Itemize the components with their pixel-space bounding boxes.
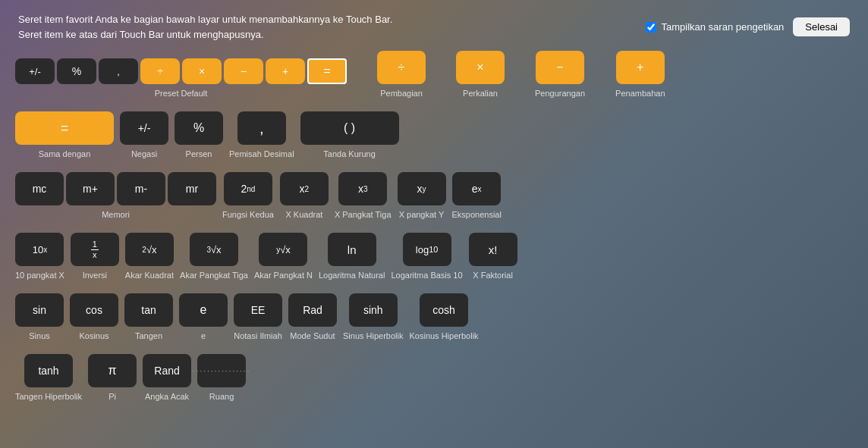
ln-item: ln Logaritma Natural <box>319 233 385 280</box>
done-button[interactable]: Selesai <box>793 17 850 36</box>
typing-suggestions-checkbox[interactable]: Tampilkan saran pengetikan <box>646 21 784 33</box>
mc-btn[interactable]: mc <box>15 172 64 205</box>
cos-btn[interactable]: cos <box>70 293 118 327</box>
tenpowx-btn[interactable]: 10x <box>15 233 64 266</box>
sin-btn[interactable]: sin <box>15 293 64 327</box>
header: Seret item favorit Anda ke bagian bawah … <box>0 0 868 51</box>
sinh-btn[interactable]: sinh <box>349 293 398 327</box>
euler-item: e e <box>179 293 228 340</box>
typing-suggestions-input[interactable] <box>646 22 656 33</box>
multiplication-item: × Perkalian <box>456 51 505 98</box>
preset-section: +/- % , ÷ × − + = Preset Default <box>15 58 347 98</box>
xsquared-item: x2 X Kuadrat <box>280 172 329 219</box>
negate-btn[interactable]: +/- <box>120 111 168 145</box>
inverse-btn[interactable]: 1x <box>71 233 119 266</box>
percent-btn[interactable]: % <box>175 111 223 145</box>
tan-btn[interactable]: tan <box>124 293 173 327</box>
ee-item: EE Notasi Ilmiah <box>234 293 282 340</box>
rand-btn[interactable]: Rand <box>143 354 191 387</box>
sqrt-btn[interactable]: 2√x <box>125 233 174 266</box>
space-btn[interactable]: ················ <box>197 354 246 387</box>
equals-item: = Sama dengan <box>15 111 114 158</box>
factorial-btn[interactable]: x! <box>469 233 517 266</box>
parens-btn[interactable]: ( ) <box>300 111 399 145</box>
row5: sin Sinus cos Kosinus tan Tangen e e EE … <box>15 293 853 340</box>
division-label: Pembagian <box>380 89 423 98</box>
preset-negate-btn[interactable]: +/- <box>15 58 55 84</box>
exp-item: ex Eksponensial <box>452 172 502 219</box>
xpowy-item: xy X pangkat Y <box>398 172 446 219</box>
header-instructions: Seret item favorit Anda ke bagian bawah … <box>18 12 392 42</box>
cbrt-btn[interactable]: 3√x <box>190 233 238 266</box>
mplus-btn[interactable]: m+ <box>66 172 115 205</box>
xsquared-btn[interactable]: x2 <box>280 172 329 205</box>
addition-btn[interactable]: + <box>616 51 665 84</box>
factorial-item: x! X Faktorial <box>469 233 517 280</box>
preset-equals-btn[interactable]: = <box>307 58 347 84</box>
sqrt-item: 2√x Akar Kuadrat <box>125 233 174 280</box>
multiplication-btn[interactable]: × <box>456 51 505 84</box>
tanh-btn[interactable]: tanh <box>24 354 73 387</box>
ln-btn[interactable]: ln <box>328 233 376 266</box>
rad-btn[interactable]: Rad <box>288 293 337 327</box>
row2: = Sama dengan +/- Negasi % Persen , Pemi… <box>15 111 853 158</box>
preset-buttons: +/- % , ÷ × − + = <box>15 58 347 84</box>
exp-btn[interactable]: ex <box>452 172 501 205</box>
addition-item: + Penambahan <box>615 51 665 98</box>
preset-label: Preset Default <box>155 89 208 98</box>
mr-btn[interactable]: mr <box>168 172 216 205</box>
row3: mc m+ m- mr Memori 2nd Fungsi Kedua x2 X… <box>15 172 853 219</box>
nthroot-btn[interactable]: y√x <box>259 233 307 266</box>
negate-item: +/- Negasi <box>120 111 168 158</box>
header-right: Tampilkan saran pengetikan Selesai <box>646 17 850 36</box>
rand-item: Rand Angka Acak <box>143 354 191 401</box>
percent-item: % Persen <box>175 111 223 158</box>
subtraction-label: Pengurangan <box>535 89 585 98</box>
division-btn[interactable]: ÷ <box>377 51 426 84</box>
preset-add-btn[interactable]: + <box>266 58 305 84</box>
preset-percent-btn[interactable]: % <box>57 58 96 84</box>
ee-btn[interactable]: EE <box>234 293 282 327</box>
division-item: ÷ Pembagian <box>377 51 426 98</box>
cosh-item: cosh Kosinus Hiperbolik <box>409 293 478 340</box>
content-area: +/- % , ÷ × − + = Preset Default ÷ Pemba… <box>0 51 868 401</box>
xcubed-btn[interactable]: x3 <box>338 172 387 205</box>
second-btn[interactable]: 2nd <box>224 172 272 205</box>
row4: 10x 10 pangkat X 1x Inversi 2√x Akar Kua… <box>15 233 853 280</box>
log10-item: log10 Logaritma Basis 10 <box>391 233 462 280</box>
tenpowx-item: 10x 10 pangkat X <box>15 233 64 280</box>
parens-item: ( ) Tanda Kurung <box>300 111 399 158</box>
mminus-btn[interactable]: m- <box>117 172 165 205</box>
euler-btn[interactable]: e <box>179 293 228 327</box>
addition-label: Penambahan <box>615 89 665 98</box>
cosh-btn[interactable]: cosh <box>420 293 468 327</box>
nthroot-item: y√x Akar Pangkat N <box>254 233 313 280</box>
log10-btn[interactable]: log10 <box>403 233 451 266</box>
sinh-item: sinh Sinus Hiperbolik <box>343 293 403 340</box>
xcubed-item: x3 X Pangkat Tiga <box>335 172 392 219</box>
pi-btn[interactable]: π <box>88 354 137 387</box>
second-item: 2nd Fungsi Kedua <box>222 172 274 219</box>
inverse-item: 1x Inversi <box>71 233 119 280</box>
preset-divide-btn[interactable]: ÷ <box>140 58 180 84</box>
decimal-item: , Pemisah Desimal <box>229 111 294 158</box>
tanh-item: tanh Tangen Hiperbolik <box>15 354 82 401</box>
cbrt-item: 3√x Akar Pangkat Tiga <box>180 233 248 280</box>
sin-item: sin Sinus <box>15 293 64 340</box>
xpowy-btn[interactable]: xy <box>398 172 446 205</box>
preset-subtract-btn[interactable]: − <box>224 58 263 84</box>
subtraction-btn[interactable]: − <box>536 51 584 84</box>
preset-comma-btn[interactable]: , <box>99 58 138 84</box>
row6: tanh Tangen Hiperbolik π Pi Rand Angka A… <box>15 354 853 401</box>
cos-item: cos Kosinus <box>70 293 118 340</box>
decimal-btn[interactable]: , <box>237 111 286 145</box>
space-item: ················ Ruang <box>197 354 246 401</box>
preset-multiply-btn[interactable]: × <box>182 58 222 84</box>
multiplication-label: Perkalian <box>463 89 498 98</box>
equals-btn[interactable]: = <box>15 111 114 145</box>
rad-item: Rad Mode Sudut <box>288 293 337 340</box>
subtraction-item: − Pengurangan <box>535 51 585 98</box>
tan-item: tan Tangen <box>124 293 173 340</box>
memory-group-item: mc m+ m- mr Memori <box>15 172 216 219</box>
pi-item: π Pi <box>88 354 137 401</box>
